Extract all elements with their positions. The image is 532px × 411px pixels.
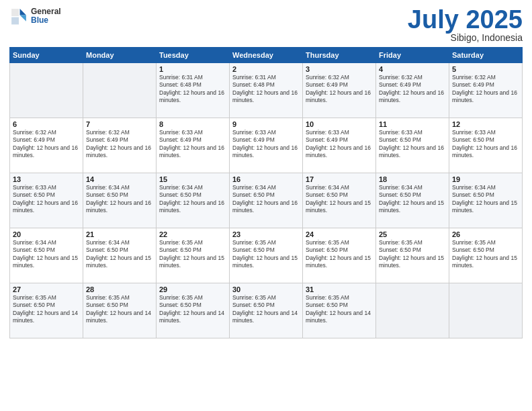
day-info: Sunrise: 6:35 AM Sunset: 6:50 PM Dayligh… [306,239,373,270]
day-number: 21 [86,230,153,238]
calendar-table: SundayMondayTuesdayWednesdayThursdayFrid… [9,47,523,338]
day-number: 12 [452,120,519,128]
day-cell: 4Sunrise: 6:32 AM Sunset: 6:49 PM Daylig… [376,63,449,118]
svg-rect-2 [11,9,19,16]
day-cell: 30Sunrise: 6:35 AM Sunset: 6:50 PM Dayli… [230,283,303,338]
day-info: Sunrise: 6:34 AM Sunset: 6:50 PM Dayligh… [232,184,300,215]
day-info: Sunrise: 6:35 AM Sunset: 6:50 PM Dayligh… [379,239,446,270]
day-cell: 13Sunrise: 6:33 AM Sunset: 6:50 PM Dayli… [10,173,83,228]
day-cell: 18Sunrise: 6:34 AM Sunset: 6:50 PM Dayli… [376,173,449,228]
day-number: 25 [379,230,446,238]
day-info: Sunrise: 6:35 AM Sunset: 6:50 PM Dayligh… [232,239,300,270]
day-number: 13 [13,175,80,183]
logo-blue: Blue [31,16,61,25]
day-cell: 23Sunrise: 6:35 AM Sunset: 6:50 PM Dayli… [230,228,303,283]
day-info: Sunrise: 6:35 AM Sunset: 6:50 PM Dayligh… [159,294,226,325]
day-number: 20 [13,230,80,238]
day-number: 9 [232,120,300,128]
month-title: July 2025 [408,7,523,32]
day-number: 24 [306,230,373,238]
day-info: Sunrise: 6:33 AM Sunset: 6:49 PM Dayligh… [232,129,300,160]
day-info: Sunrise: 6:34 AM Sunset: 6:50 PM Dayligh… [452,184,519,215]
day-number: 7 [86,120,153,128]
day-number: 10 [306,120,373,128]
day-number: 28 [86,285,153,293]
day-cell: 16Sunrise: 6:34 AM Sunset: 6:50 PM Dayli… [230,173,303,228]
day-cell: 25Sunrise: 6:35 AM Sunset: 6:50 PM Dayli… [376,228,449,283]
day-cell: 11Sunrise: 6:33 AM Sunset: 6:50 PM Dayli… [376,118,449,173]
header-row: SundayMondayTuesdayWednesdayThursdayFrid… [10,48,523,63]
day-info: Sunrise: 6:35 AM Sunset: 6:50 PM Dayligh… [232,294,300,325]
title-block: July 2025 Sibigo, Indonesia [408,7,523,43]
day-info: Sunrise: 6:34 AM Sunset: 6:50 PM Dayligh… [86,184,153,215]
day-info: Sunrise: 6:32 AM Sunset: 6:49 PM Dayligh… [379,74,446,105]
svg-rect-3 [11,17,19,25]
day-info: Sunrise: 6:35 AM Sunset: 6:50 PM Dayligh… [159,239,226,270]
week-row-1: 1Sunrise: 6:31 AM Sunset: 6:48 PM Daylig… [10,63,523,118]
week-row-4: 20Sunrise: 6:34 AM Sunset: 6:50 PM Dayli… [10,228,523,283]
day-cell: 9Sunrise: 6:33 AM Sunset: 6:49 PM Daylig… [230,118,303,173]
day-info: Sunrise: 6:32 AM Sunset: 6:49 PM Dayligh… [306,74,373,105]
day-info: Sunrise: 6:34 AM Sunset: 6:50 PM Dayligh… [86,239,153,270]
day-cell [449,283,523,338]
day-number: 31 [306,285,373,293]
day-number: 27 [13,285,80,293]
day-cell: 12Sunrise: 6:33 AM Sunset: 6:50 PM Dayli… [449,118,523,173]
day-info: Sunrise: 6:31 AM Sunset: 6:48 PM Dayligh… [159,74,226,105]
day-cell: 10Sunrise: 6:33 AM Sunset: 6:49 PM Dayli… [303,118,376,173]
day-cell: 24Sunrise: 6:35 AM Sunset: 6:50 PM Dayli… [303,228,376,283]
day-info: Sunrise: 6:32 AM Sunset: 6:49 PM Dayligh… [86,129,153,160]
day-info: Sunrise: 6:34 AM Sunset: 6:50 PM Dayligh… [159,184,226,215]
day-cell: 6Sunrise: 6:32 AM Sunset: 6:49 PM Daylig… [10,118,83,173]
day-number: 22 [159,230,226,238]
day-info: Sunrise: 6:34 AM Sunset: 6:50 PM Dayligh… [13,239,80,270]
day-info: Sunrise: 6:32 AM Sunset: 6:49 PM Dayligh… [452,74,519,105]
header-friday: Friday [376,48,449,63]
day-cell [10,63,83,118]
day-number: 8 [159,120,226,128]
day-number: 29 [159,285,226,293]
day-info: Sunrise: 6:35 AM Sunset: 6:50 PM Dayligh… [13,294,80,325]
day-cell: 22Sunrise: 6:35 AM Sunset: 6:50 PM Dayli… [157,228,230,283]
day-cell: 15Sunrise: 6:34 AM Sunset: 6:50 PM Dayli… [157,173,230,228]
day-number: 26 [452,230,519,238]
day-number: 15 [159,175,226,183]
day-number: 30 [232,285,300,293]
header-monday: Monday [83,48,157,63]
day-number: 11 [379,120,446,128]
day-info: Sunrise: 6:35 AM Sunset: 6:50 PM Dayligh… [306,294,373,325]
day-info: Sunrise: 6:33 AM Sunset: 6:50 PM Dayligh… [379,129,446,160]
week-row-5: 27Sunrise: 6:35 AM Sunset: 6:50 PM Dayli… [10,283,523,338]
day-number: 1 [159,65,226,73]
day-cell: 8Sunrise: 6:33 AM Sunset: 6:49 PM Daylig… [157,118,230,173]
day-number: 4 [379,65,446,73]
calendar-header: SundayMondayTuesdayWednesdayThursdayFrid… [10,48,523,63]
header-thursday: Thursday [303,48,376,63]
day-info: Sunrise: 6:32 AM Sunset: 6:49 PM Dayligh… [13,129,80,160]
day-cell: 29Sunrise: 6:35 AM Sunset: 6:50 PM Dayli… [157,283,230,338]
day-info: Sunrise: 6:34 AM Sunset: 6:50 PM Dayligh… [306,184,373,215]
logo: General Blue [9,7,61,26]
day-info: Sunrise: 6:33 AM Sunset: 6:50 PM Dayligh… [13,184,80,215]
day-info: Sunrise: 6:35 AM Sunset: 6:50 PM Dayligh… [452,239,519,270]
calendar-body: 1Sunrise: 6:31 AM Sunset: 6:48 PM Daylig… [10,63,523,338]
day-number: 23 [232,230,300,238]
day-cell: 21Sunrise: 6:34 AM Sunset: 6:50 PM Dayli… [83,228,157,283]
day-info: Sunrise: 6:35 AM Sunset: 6:50 PM Dayligh… [86,294,153,325]
svg-marker-0 [20,9,26,15]
day-number: 5 [452,65,519,73]
day-number: 19 [452,175,519,183]
header-wednesday: Wednesday [230,48,303,63]
day-number: 2 [232,65,300,73]
day-cell: 31Sunrise: 6:35 AM Sunset: 6:50 PM Dayli… [303,283,376,338]
day-cell: 1Sunrise: 6:31 AM Sunset: 6:48 PM Daylig… [157,63,230,118]
location-subtitle: Sibigo, Indonesia [408,32,523,43]
day-info: Sunrise: 6:33 AM Sunset: 6:50 PM Dayligh… [452,129,519,160]
day-cell: 3Sunrise: 6:32 AM Sunset: 6:49 PM Daylig… [303,63,376,118]
day-cell: 26Sunrise: 6:35 AM Sunset: 6:50 PM Dayli… [449,228,523,283]
day-cell: 19Sunrise: 6:34 AM Sunset: 6:50 PM Dayli… [449,173,523,228]
day-info: Sunrise: 6:33 AM Sunset: 6:49 PM Dayligh… [159,129,226,160]
day-cell: 28Sunrise: 6:35 AM Sunset: 6:50 PM Dayli… [83,283,157,338]
calendar-page: General Blue July 2025 Sibigo, Indonesia… [0,0,532,411]
header: General Blue July 2025 Sibigo, Indonesia [9,7,523,43]
